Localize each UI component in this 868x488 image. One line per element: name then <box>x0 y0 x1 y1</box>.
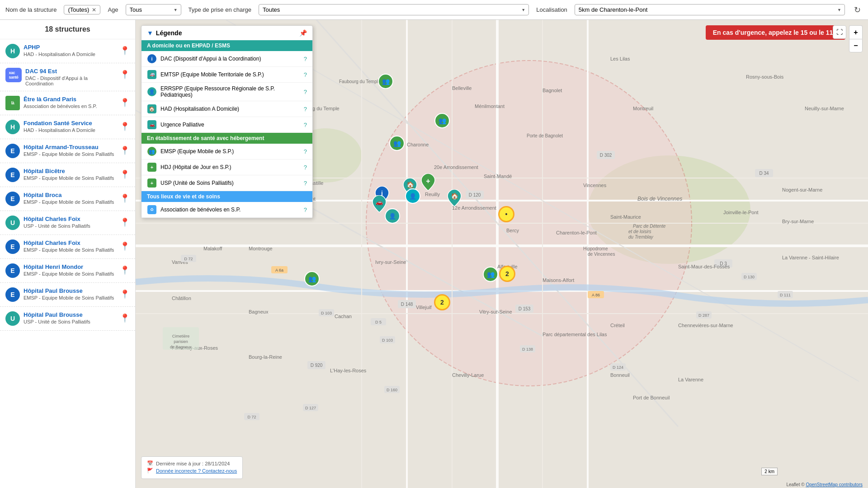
map-pin-icon[interactable]: 📍 <box>120 145 130 155</box>
map-pin-icon[interactable]: 📍 <box>120 313 130 323</box>
svg-text:D 287: D 287 <box>698 313 709 318</box>
localisation-select[interactable]: 5km de Charenton-le-Pont 10km de Charent… <box>575 4 845 15</box>
list-item[interactable]: xacsanté DAC 94 Est DAC - Dispositif d'A… <box>0 63 135 91</box>
assoc-help-icon[interactable]: ? <box>304 206 307 213</box>
map-pin-icon[interactable]: 📍 <box>120 193 130 203</box>
zoom-in-button[interactable]: + <box>849 25 863 39</box>
map-marker[interactable]: 👤 <box>405 188 421 206</box>
map-marker[interactable]: 👥 <box>377 73 394 91</box>
sidebar-count: 18 structures <box>45 25 90 33</box>
emsp-help-icon[interactable]: ? <box>304 148 307 155</box>
svg-text:Porte de Bagnolet: Porte de Bagnolet <box>527 133 563 138</box>
emergency-text: En cas d'urgence, appelez le 15 ou le 11… <box>713 29 838 36</box>
cluster-marker[interactable]: 2 <box>434 294 450 310</box>
map-marker[interactable]: 👤 <box>384 208 401 225</box>
svg-text:Neuilly-sur-Marne: Neuilly-sur-Marne <box>805 106 844 111</box>
usp-help-icon[interactable]: ? <box>304 180 307 187</box>
openstreetmap-link[interactable]: OpenStreetMap contributors <box>806 482 863 487</box>
svg-text:L'Hay-les-Roses: L'Hay-les-Roses <box>330 368 367 373</box>
map-pin-icon[interactable]: 📍 <box>120 217 130 227</box>
dac-help-icon[interactable]: ? <box>304 56 307 62</box>
nom-chip-close[interactable]: ✕ <box>92 7 96 13</box>
legend-item-dac: i DAC (Dispositif d'Appui à la Coordinat… <box>142 51 312 67</box>
list-item[interactable]: là Être là Grand Paris Association de bé… <box>0 91 135 115</box>
sidebar-item-icon: E <box>5 144 20 158</box>
zoom-out-button[interactable]: − <box>849 39 863 52</box>
sidebar-item-icon: E <box>5 263 20 278</box>
map-marker[interactable]: 👥 <box>482 266 499 284</box>
map-marker[interactable]: 👥 <box>304 271 320 288</box>
svg-text:👥: 👥 <box>393 140 401 147</box>
hdj-icon: + <box>147 162 157 172</box>
legend-item-emsp: 👥 EMSP (Equipe Mobile de S.P.) ? <box>142 144 312 160</box>
list-item[interactable]: H APHP HAD - Hospitalisation A Domicile … <box>0 39 135 63</box>
nom-label: Nom de la structure <box>5 6 57 13</box>
incorrect-text[interactable]: Donnée incorrecte ? Contactez-nous <box>156 468 237 474</box>
svg-text:Chevilly-Larue: Chevilly-Larue <box>452 372 484 378</box>
fullscreen-button[interactable]: ⛶ <box>833 25 846 39</box>
list-item[interactable]: E Hôpital Armand-Trousseau EMSP - Equipe… <box>0 139 135 163</box>
map-pin-icon[interactable]: 📍 <box>120 70 130 80</box>
svg-text:D 120: D 120 <box>469 192 481 197</box>
map-marker[interactable]: 👥 <box>434 113 450 130</box>
hdj-help-icon[interactable]: ? <box>304 164 307 171</box>
emtsp-help-icon[interactable]: ? <box>304 71 307 78</box>
map-pin-icon[interactable]: 📍 <box>120 169 130 179</box>
age-select[interactable]: Tous Enfant Adulte Personne âgée <box>126 4 181 15</box>
map-marker[interactable]: 👥 <box>389 135 405 153</box>
list-item[interactable]: E Hôpital Bicêtre EMSP - Equipe Mobile d… <box>0 163 135 187</box>
list-item[interactable]: E Hôpital Paul Brousse EMSP - Equipe Mob… <box>0 283 135 307</box>
errspp-icon: 👤 <box>147 87 157 97</box>
list-item[interactable]: E Hôpital Charles Foix EMSP - Equipe Mob… <box>0 235 135 259</box>
errspp-help-icon[interactable]: ? <box>304 89 307 95</box>
legend-item-text-hdj: HDJ (Hôpital de Jour en S.P.) <box>160 164 300 170</box>
map-area[interactable]: D 120 D 302 D 34 D 3 D 148 D 153 D 920 L… <box>136 20 868 488</box>
legend-item-text-assoc: Association de bénévoles en S.P. <box>160 206 300 213</box>
cluster-marker[interactable]: 2 <box>499 266 515 282</box>
svg-text:Charonne: Charonne <box>407 142 429 147</box>
attribution-sep: © <box>801 482 806 487</box>
map-scale: 2 km <box>761 468 778 475</box>
map-marker[interactable]: 🏠 <box>447 189 462 208</box>
emtsp-icon: 🚑 <box>147 70 157 80</box>
map-pin-icon[interactable]: 📍 <box>120 265 130 275</box>
legend-section-etablissement: En établissement de santé avec hébergeme… <box>142 133 312 144</box>
urgence-help-icon[interactable]: ? <box>304 122 307 128</box>
sidebar-item-name: Hôpital Broca <box>24 192 116 198</box>
nom-chip[interactable]: (Toutes) ✕ <box>64 5 100 14</box>
svg-text:Bonneuil: Bonneuil <box>610 372 630 378</box>
sidebar-item-desc: Association de bénévoles en S.P. <box>24 103 116 109</box>
refresh-button[interactable]: ↻ <box>852 3 863 17</box>
cluster-marker[interactable]: • <box>498 206 514 222</box>
map-pin-icon[interactable]: 📍 <box>120 46 130 56</box>
list-item[interactable]: E Hôpital Broca EMSP - Equipe Mobile de … <box>0 187 135 211</box>
type-select[interactable]: Toutes HAD USP EMSP DAC HDJ <box>259 4 529 15</box>
map-marker[interactable]: + <box>420 174 436 192</box>
list-item[interactable]: E Hôpital Henri Mondor EMSP - Equipe Mob… <box>0 259 135 283</box>
localisation-wrap: 5km de Charenton-le-Pont 10km de Charent… <box>575 4 845 15</box>
svg-text:D 124: D 124 <box>613 365 623 370</box>
map-pin-icon[interactable]: 📍 <box>120 289 130 299</box>
main-layout: 18 structures H APHP HAD - Hospitalisati… <box>0 20 868 488</box>
svg-text:de Bagneux: de Bagneux <box>170 345 192 349</box>
map-pin-icon[interactable]: 📍 <box>120 98 130 108</box>
had-help-icon[interactable]: ? <box>304 106 307 113</box>
map-pin-icon[interactable]: 📍 <box>120 122 130 131</box>
sidebar-item-icon: là <box>5 96 20 110</box>
map-pin-icon[interactable]: 📍 <box>120 241 130 251</box>
svg-text:Créteil: Créteil <box>610 323 625 328</box>
list-item[interactable]: H Fondation Santé Service HAD - Hospital… <box>0 115 135 139</box>
legend-header[interactable]: ▼ Légende 📌 <box>142 26 312 40</box>
svg-text:Vincennes: Vincennes <box>583 183 607 188</box>
sidebar-item-name: Hôpital Armand-Trousseau <box>24 144 116 150</box>
svg-text:Belleville: Belleville <box>452 85 472 91</box>
topbar: Nom de la structure (Toutes) ✕ Age Tous … <box>0 0 868 20</box>
list-item[interactable]: U Hôpital Charles Foix USP - Unité de So… <box>0 211 135 235</box>
incorrect-info: 🚩 Donnée incorrecte ? Contactez-nous <box>147 468 237 474</box>
map-attribution: Leaflet © OpenStreetMap contributors <box>786 482 863 487</box>
cluster-count: 2 <box>440 299 444 306</box>
svg-text:🏠: 🏠 <box>451 192 459 200</box>
svg-text:Bercy: Bercy <box>506 228 519 233</box>
svg-text:👥: 👥 <box>382 78 390 85</box>
list-item[interactable]: U Hôpital Paul Brousse USP - Unité de So… <box>0 307 135 331</box>
